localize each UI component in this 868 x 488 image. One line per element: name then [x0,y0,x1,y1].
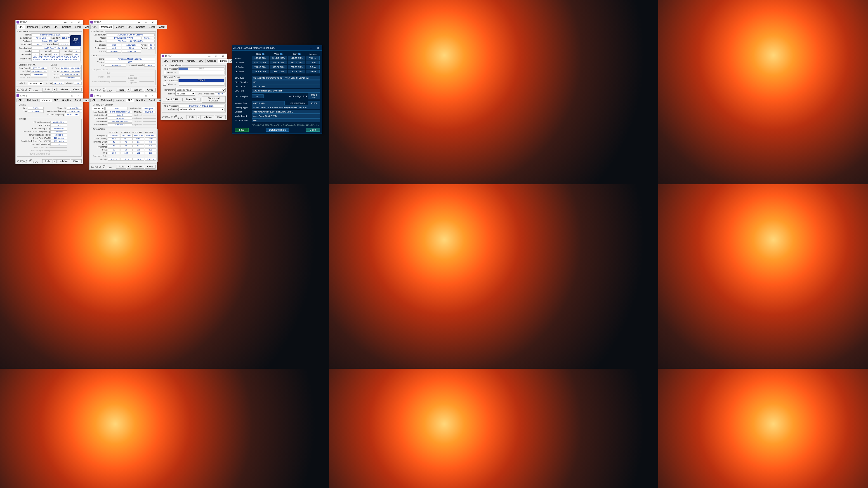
group-timings-table: Timings Table JEDEC #9JEDEC #10JEDEC #11… [91,128,158,162]
info-icon[interactable]: i [262,53,265,55]
tab-mainboard[interactable]: Mainboard [99,25,114,29]
window-cpuz-bench[interactable]: CPU-Z—□✕ CPUMainboardMemorySPDGraphicsBe… [160,54,227,120]
close-button[interactable]: ✕ [220,54,226,58]
minimize-button[interactable]: — [206,54,213,58]
validate-button[interactable]: Validate [131,88,144,92]
submit-compare-button[interactable]: Submit and Compare [202,96,225,103]
window-cpuz-cpu[interactable]: CPU-Z — □ ✕ CPU Mainboard Memory SPD Gra… [16,20,83,93]
tab-graphics[interactable]: Graphics [60,98,73,102]
aida-row: L2 Cache701.16 GB/s598.74 GB/s751.88 GB/… [235,65,320,69]
tools-dropdown[interactable]: ▾ [197,115,200,119]
window-title: CPU-Z [20,21,62,24]
slot-select[interactable]: Slot #2 [92,107,105,110]
window-aida64[interactable]: AIDA64 Cache & Memory Benchmark—✕ ReadiW… [232,45,322,134]
validate-button[interactable]: Validate [57,88,70,92]
tools-dropdown[interactable]: ▾ [53,88,57,92]
tab-mainboard[interactable]: Mainboard [25,25,40,29]
tools-dropdown[interactable]: ▾ [127,88,130,92]
tab-bench[interactable]: Bench [147,98,157,102]
tab-memory[interactable]: Memory [185,59,197,63]
maximize-button[interactable]: □ [69,20,75,24]
minimize-button[interactable]: — [62,94,68,97]
tools-dropdown[interactable]: ▾ [127,165,130,168]
ref-checkbox[interactable] [163,71,166,74]
close-button-footer[interactable]: Close [145,165,156,168]
tab-spd[interactable]: SPD [52,25,61,29]
tab-mainboard[interactable]: Mainboard [25,98,40,102]
nb-clock: 3800.2 MHz [308,93,320,99]
tab-memory[interactable]: Memory [114,25,126,29]
intel-badge: intelCOREULTRA 9 [70,35,81,46]
run-on-select[interactable]: All Cores [176,92,195,96]
aida-row: L3 Cache2304.3 GB/s1334.0 GB/s1523.8 GB/… [235,70,320,73]
tab-mainboard[interactable]: Mainboard [170,59,185,63]
validate-button[interactable]: Validate [201,115,214,119]
start-benchmark-button[interactable]: Start Benchmark [266,128,289,132]
tab-cpu[interactable]: CPU [90,98,99,102]
validate-button[interactable]: Validate [57,159,70,163]
bench-cpu-button[interactable]: Bench CPU [163,98,181,101]
maximize-button[interactable]: □ [69,94,75,97]
socket-select[interactable]: Socket #1 [28,82,43,85]
close-button[interactable]: ✕ [76,20,82,24]
tab-about[interactable]: About [157,25,167,29]
tools-button[interactable]: Tools [186,115,196,119]
tools-dropdown[interactable]: ▾ [53,159,57,163]
tab-memory[interactable]: Memory [39,98,52,102]
tab-spd[interactable]: SPD [126,25,134,29]
window-cpuz-mainboard[interactable]: CPU-Z—□✕ CPUMainboardMemorySPDGraphicsBe… [89,20,157,93]
bench-version-select[interactable]: Version 17.01.64 [176,88,225,92]
reference-select[interactable]: <Please Select> [178,107,224,111]
info-icon[interactable]: i [298,53,301,55]
close-button[interactable]: ✕ [150,94,156,97]
tools-button[interactable]: Tools [42,159,53,163]
tab-bench[interactable]: Bench [218,59,228,63]
ref-checkbox[interactable] [163,83,166,86]
validate-button[interactable]: Validate [131,165,144,168]
window-cpuz-spd[interactable]: CPU-Z—□✕ CPUMainboardMemorySPDGraphicsBe… [89,93,157,170]
close-button-footer[interactable]: Close [145,88,156,92]
tab-graphics[interactable]: Graphics [134,25,147,29]
tab-graphics[interactable]: Graphics [134,98,147,102]
tab-spd[interactable]: SPD [126,98,134,102]
close-button[interactable]: Close [306,128,320,132]
tab-bench[interactable]: Bench [147,25,157,29]
maximize-button[interactable]: □ [143,20,149,24]
tab-mainboard[interactable]: Mainboard [99,98,114,102]
close-button[interactable]: ✕ [150,20,156,24]
tools-button[interactable]: Tools [116,165,126,168]
close-button-footer[interactable]: Close [71,159,82,163]
info-icon[interactable]: i [280,53,283,55]
channel: 4 x 32-bit [67,107,82,109]
titlebar[interactable]: CPU-Z — □ ✕ [16,20,83,25]
minimize-button[interactable]: — [136,20,143,24]
maximize-button[interactable]: □ [143,94,149,97]
tools-button[interactable]: Tools [42,88,53,92]
tab-graphics[interactable]: Graphics [205,59,218,63]
close-button-footer[interactable]: Close [215,115,225,119]
close-button[interactable]: ✕ [76,94,82,97]
save-button[interactable]: Save [235,128,249,132]
tab-graphics[interactable]: Graphics [60,25,73,29]
tools-button[interactable]: Tools [116,88,126,92]
close-button[interactable]: ✕ [315,46,321,50]
tab-memory[interactable]: Memory [39,25,52,29]
tab-bench[interactable]: Bench [73,98,84,102]
tab-cpu[interactable]: CPU [90,25,99,29]
mt-bar: 20134.2 [178,79,224,82]
tab-memory[interactable]: Memory [114,98,126,102]
core-speed: 5683.33 MHz [31,67,47,70]
minimize-button[interactable]: — [308,46,314,50]
tab-spd[interactable]: SPD [197,59,206,63]
tab-spd[interactable]: SPD [52,98,61,102]
minimize-button[interactable]: — [136,94,143,97]
tab-cpu[interactable]: CPU [17,98,25,102]
stress-cpu-button[interactable]: Stress CPU [182,98,201,101]
tab-cpu[interactable]: CPU [162,59,170,63]
close-button-footer[interactable]: Close [71,88,82,92]
minimize-button[interactable]: — [62,20,68,24]
tab-bench[interactable]: Bench [73,25,84,29]
window-cpuz-memory[interactable]: CPU-Z—□✕ CPUMainboardMemorySPDGraphicsBe… [16,93,83,164]
tab-cpu[interactable]: CPU [17,25,25,29]
maximize-button[interactable]: □ [213,54,219,58]
